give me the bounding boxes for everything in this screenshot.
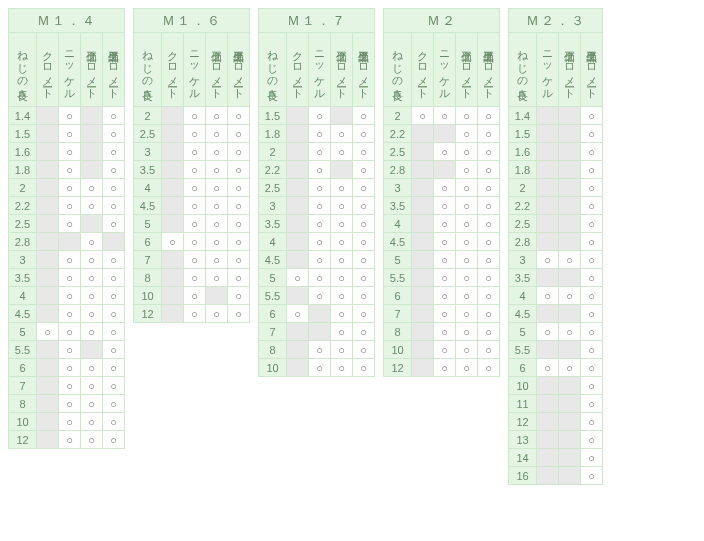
available-cell: ○ [537,251,559,269]
table-row: 7○○ [259,323,375,341]
length-cell: 14 [509,449,537,467]
available-cell: ○ [103,125,125,143]
table-row: 2○○○○ [384,107,500,125]
length-cell: 4.5 [384,233,412,251]
length-cell: 4.5 [509,305,537,323]
table-row: 2.5○○○ [259,179,375,197]
unavailable-cell [37,431,59,449]
unavailable-cell [412,161,434,179]
table-row: 2.8○ [509,233,603,251]
table-row: 2.5○ [509,215,603,233]
table-row: 5.5○○○ [259,287,375,305]
unavailable-cell [412,287,434,305]
unavailable-cell [537,305,559,323]
available-cell: ○ [434,233,456,251]
length-cell: 2.5 [9,215,37,233]
length-cell: 6 [134,233,162,251]
length-cell: 1.8 [9,161,37,179]
table-row: 2.2○○ [259,161,375,179]
available-cell: ○ [59,215,81,233]
available-cell: ○ [103,431,125,449]
available-cell: ○ [456,287,478,305]
unavailable-cell [37,395,59,413]
available-cell: ○ [537,323,559,341]
column-header-finish: 三価クロメート [81,33,103,107]
available-cell: ○ [309,143,331,161]
unavailable-cell [287,107,309,125]
available-cell: ○ [478,305,500,323]
table-row: 1.5○○ [9,125,125,143]
available-cell: ○ [184,233,206,251]
available-cell: ○ [353,179,375,197]
unavailable-cell [331,107,353,125]
available-cell: ○ [353,161,375,179]
length-cell: 4 [509,287,537,305]
available-cell: ○ [478,269,500,287]
unavailable-cell [287,359,309,377]
unavailable-cell [559,233,581,251]
available-cell: ○ [81,359,103,377]
unavailable-cell [81,161,103,179]
available-cell: ○ [581,413,603,431]
table-row: 6○○○ [9,359,125,377]
unavailable-cell [287,125,309,143]
length-cell: 8 [259,341,287,359]
length-cell: 3.5 [384,197,412,215]
table-row: 12○○○ [134,305,250,323]
unavailable-cell [537,179,559,197]
length-cell: 6 [384,287,412,305]
unavailable-cell [81,107,103,125]
available-cell: ○ [353,107,375,125]
available-cell: ○ [228,233,250,251]
available-cell: ○ [206,161,228,179]
available-cell: ○ [206,197,228,215]
table-row: 13○ [509,431,603,449]
unavailable-cell [37,251,59,269]
available-cell: ○ [309,251,331,269]
length-cell: 11 [509,395,537,413]
length-cell: 4.5 [134,197,162,215]
table-row: 14○ [509,449,603,467]
length-cell: 5 [384,251,412,269]
length-cell: 10 [9,413,37,431]
unavailable-cell [412,143,434,161]
table-row: 1.4○○ [9,107,125,125]
table-row: 3.5○○○ [259,215,375,233]
available-cell: ○ [184,305,206,323]
available-cell: ○ [478,125,500,143]
available-cell: ○ [59,197,81,215]
table-row: 12○○○ [384,359,500,377]
available-cell: ○ [559,287,581,305]
available-cell: ○ [478,287,500,305]
unavailable-cell [81,215,103,233]
available-cell: ○ [59,377,81,395]
column-header-finish: ニッケル [309,33,331,107]
unavailable-cell [537,197,559,215]
unavailable-cell [537,161,559,179]
table-row: 1.6○○ [9,143,125,161]
available-cell: ○ [559,251,581,269]
available-cell: ○ [581,197,603,215]
available-cell: ○ [478,251,500,269]
available-cell: ○ [59,323,81,341]
length-cell: 3.5 [9,269,37,287]
unavailable-cell [37,215,59,233]
unavailable-cell [162,287,184,305]
available-cell: ○ [184,125,206,143]
available-cell: ○ [581,269,603,287]
column-header-finish: クロメート [162,33,184,107]
available-cell: ○ [103,161,125,179]
size-table: Ｍ１．４ねじの長さクロメートニッケル三価クロメート三価黒クロメート1.4○○1.… [8,8,125,449]
unavailable-cell [287,143,309,161]
available-cell: ○ [331,251,353,269]
available-cell: ○ [478,179,500,197]
available-cell: ○ [559,359,581,377]
available-cell: ○ [434,323,456,341]
unavailable-cell [434,125,456,143]
available-cell: ○ [228,287,250,305]
available-cell: ○ [59,359,81,377]
length-cell: 3 [134,143,162,161]
available-cell: ○ [309,161,331,179]
length-cell: 6 [9,359,37,377]
available-cell: ○ [228,107,250,125]
